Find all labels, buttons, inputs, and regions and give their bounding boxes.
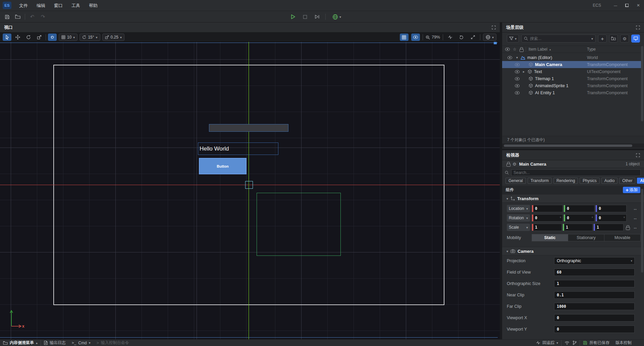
console-command-input[interactable]: 输入控制台命令 — [94, 340, 132, 346]
projection-select[interactable]: ▾ — [554, 257, 635, 265]
visibility-column-icon[interactable] — [505, 48, 510, 51]
world-dropdown[interactable] — [483, 34, 496, 41]
detach-panel-icon[interactable] — [492, 25, 496, 30]
new-folder-button[interactable] — [609, 35, 618, 43]
tab-all[interactable]: All — [637, 178, 644, 184]
redo-button[interactable] — [39, 13, 47, 21]
viewport-x-field[interactable] — [554, 314, 635, 322]
cmd-dropdown[interactable]: Cmd — [69, 340, 94, 346]
ai-entity-bounds[interactable] — [257, 193, 341, 256]
mobility-static[interactable]: Static — [532, 234, 568, 241]
scale-x-field[interactable] — [532, 224, 562, 231]
menu-help[interactable]: 帮助 — [85, 0, 102, 11]
screen-view-toggle[interactable] — [631, 35, 640, 43]
ui-button-object[interactable]: Button — [199, 158, 247, 174]
launch-target-dropdown[interactable] — [330, 13, 343, 20]
stats-button[interactable] — [446, 34, 454, 41]
scale-label-dropdown[interactable]: Scale — [507, 224, 530, 231]
grid-visibility-button[interactable] — [400, 34, 409, 41]
location-z-field[interactable] — [595, 205, 627, 212]
hierarchy-row-world[interactable]: main (Editor) World — [502, 54, 642, 61]
output-log-button[interactable]: 输出日志 — [41, 340, 69, 346]
grid-snap-dropdown[interactable]: 10 — [59, 34, 77, 41]
scene-canvas[interactable]: Hello World Button x — [0, 42, 500, 339]
hierarchy-row-ai-entity[interactable]: AI Entity 1 TransformComponent — [502, 89, 642, 96]
zoom-indicator[interactable]: 79% — [426, 35, 440, 40]
app-logo[interactable]: ES — [3, 2, 11, 9]
column-item-label[interactable]: Item Label — [529, 47, 547, 52]
chevron-right-icon[interactable] — [523, 70, 525, 73]
rotation-y-input[interactable] — [565, 216, 592, 220]
snap-toggle-button[interactable] — [48, 34, 57, 41]
camera-section-header[interactable]: Camera — [502, 247, 644, 255]
hierarchy-row-animatedsprite[interactable]: AnimatedSprite 1 TransformComponent — [502, 82, 642, 89]
location-x-field[interactable] — [532, 205, 563, 212]
stop-button[interactable] — [301, 13, 309, 21]
content-drawer-button[interactable]: 内容侧滑菜单 — [0, 340, 41, 346]
hierarchy-vertical-scrollbar[interactable] — [641, 46, 643, 121]
tab-transform[interactable]: Transform — [528, 178, 552, 184]
projection-value[interactable] — [554, 258, 631, 263]
location-z-input[interactable] — [597, 206, 626, 211]
mobility-stationary[interactable]: Stationary — [568, 234, 604, 241]
fullscreen-button[interactable] — [469, 34, 477, 41]
tab-general[interactable]: General — [505, 178, 526, 184]
text-object[interactable]: Hello World — [198, 142, 278, 155]
version-control-button[interactable]: 版本控制 — [612, 340, 635, 346]
link-axes-icon[interactable] — [633, 216, 637, 221]
field-of-view-field[interactable] — [554, 269, 635, 276]
filter-dropdown[interactable] — [507, 35, 519, 43]
rotation-y-field[interactable]: ° — [564, 214, 595, 222]
restore-button[interactable] — [621, 1, 633, 10]
near-clip-input[interactable] — [554, 293, 634, 297]
location-y-field[interactable] — [564, 205, 595, 212]
scale-y-field[interactable] — [562, 224, 593, 231]
scale-z-field[interactable] — [593, 224, 624, 231]
rotate-tool-button[interactable] — [24, 34, 33, 41]
move-tool-button[interactable] — [13, 34, 22, 41]
reset-view-button[interactable] — [457, 34, 466, 41]
hierarchy-row-main-camera[interactable]: Main Camera TransformComponent — [502, 61, 642, 68]
scale-snap-dropdown[interactable]: 0.25 — [102, 34, 124, 41]
inspector-search-input[interactable] — [514, 170, 638, 175]
column-type[interactable]: Type — [587, 47, 596, 52]
link-axes-icon[interactable] — [633, 206, 637, 211]
save-status[interactable]: 所有已保存 — [580, 340, 612, 346]
tab-rendering[interactable]: Rendering — [553, 178, 578, 184]
link-axes-icon[interactable] — [633, 225, 637, 230]
tab-physics[interactable]: Physics — [580, 178, 599, 184]
hierarchy-horizontal-scrollbar[interactable] — [502, 143, 644, 148]
transform-section-header[interactable]: Transform — [502, 194, 644, 203]
eye-icon[interactable] — [515, 91, 520, 95]
trace-dropdown[interactable]: 回追踪 — [533, 340, 561, 346]
near-clip-field[interactable] — [554, 291, 635, 299]
location-x-input[interactable] — [533, 206, 562, 211]
detach-panel-icon[interactable] — [636, 153, 640, 157]
network-status-button[interactable] — [561, 340, 573, 346]
viewport-y-input[interactable] — [554, 327, 634, 332]
eye-icon[interactable] — [515, 77, 520, 80]
lock-icon[interactable] — [506, 162, 510, 166]
hierarchy-search[interactable] — [521, 35, 596, 43]
orthographic-size-field[interactable] — [554, 280, 635, 287]
camera-bounds-handle[interactable] — [494, 42, 497, 44]
add-component-button[interactable]: 添加 — [623, 187, 640, 193]
field-of-view-input[interactable] — [554, 270, 634, 275]
scale-y-input[interactable] — [564, 225, 592, 230]
inspector-vertical-scrollbar[interactable] — [641, 189, 643, 273]
eye-icon[interactable] — [515, 70, 520, 73]
favorite-column-icon[interactable] — [513, 47, 517, 52]
menu-file[interactable]: 文件 — [15, 0, 32, 11]
location-label-dropdown[interactable]: Location — [507, 205, 530, 212]
select-tool-button[interactable] — [3, 34, 11, 41]
rotate-snap-dropdown[interactable]: 15° — [79, 34, 100, 41]
lock-column-icon[interactable] — [520, 47, 523, 51]
rotation-z-field[interactable]: ° — [595, 214, 627, 222]
eye-icon[interactable] — [515, 84, 520, 88]
menu-edit[interactable]: 编辑 — [32, 0, 50, 11]
rotation-z-input[interactable] — [597, 216, 624, 220]
location-y-input[interactable] — [565, 206, 594, 211]
rotation-x-input[interactable] — [533, 216, 560, 220]
open-folder-button[interactable] — [14, 13, 21, 21]
scale-tool-button[interactable] — [35, 34, 44, 41]
